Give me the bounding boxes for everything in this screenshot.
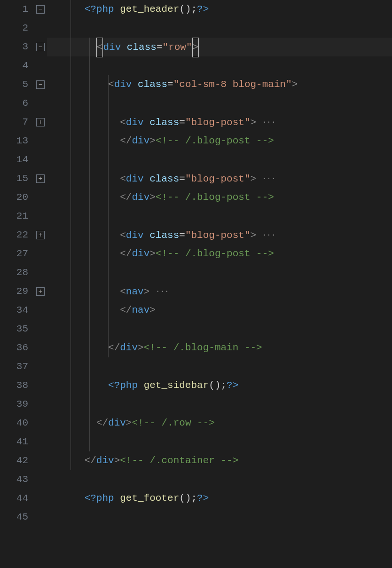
line-number: 38: [0, 376, 28, 395]
line-number: 44: [0, 489, 28, 508]
matching-bracket-left: <: [96, 38, 103, 57]
code-line[interactable]: <div class="col-sm-8 blog-main">: [49, 75, 392, 94]
fold-cell: [34, 414, 47, 433]
fold-cell: [34, 56, 47, 75]
code-line[interactable]: <?php get_footer();?>: [49, 489, 392, 508]
code-line[interactable]: [49, 395, 392, 414]
fold-expand-icon[interactable]: +: [36, 231, 45, 239]
code-line[interactable]: [49, 56, 392, 75]
fold-cell: [34, 320, 47, 339]
line-number: 28: [0, 263, 28, 282]
line-number: 5: [0, 75, 28, 94]
fold-cell: −: [34, 75, 47, 94]
line-number: 36: [0, 339, 28, 357]
line-number: 20: [0, 188, 28, 207]
fold-cell: [34, 19, 47, 38]
line-number: 6: [0, 94, 28, 113]
fold-cell: [34, 433, 47, 451]
code-line[interactable]: <div class="blog-post"> ···: [49, 169, 392, 188]
fold-cell: −: [34, 38, 47, 56]
fold-column: −−−++++: [34, 0, 47, 568]
folded-ellipsis-icon[interactable]: ···: [156, 287, 169, 296]
fold-collapse-icon[interactable]: −: [36, 43, 45, 51]
fold-cell: [34, 451, 47, 470]
line-number: 41: [0, 433, 28, 451]
fold-collapse-icon[interactable]: −: [36, 5, 45, 14]
fold-expand-icon[interactable]: +: [36, 287, 45, 296]
line-number: 7: [0, 113, 28, 132]
fold-cell: +: [34, 282, 47, 301]
fold-cell: [34, 150, 47, 169]
line-number: 1: [0, 0, 28, 19]
line-number: 42: [0, 451, 28, 470]
fold-cell: [34, 245, 47, 263]
line-number: 21: [0, 207, 28, 226]
code-line[interactable]: [49, 433, 392, 451]
line-number-gutter: 1234567131415202122272829343536373839404…: [0, 0, 34, 568]
line-number: 45: [0, 508, 28, 527]
line-number: 43: [0, 470, 28, 489]
code-line[interactable]: </div><!-- /.blog-main -->: [49, 339, 392, 357]
fold-cell: [34, 188, 47, 207]
code-line[interactable]: [49, 150, 392, 169]
line-number: 22: [0, 226, 28, 245]
folded-ellipsis-icon[interactable]: ···: [262, 118, 276, 126]
code-line[interactable]: </div><!-- /.blog-post -->: [49, 132, 392, 150]
code-line[interactable]: <?php get_header();?>: [49, 0, 392, 19]
function-name: get_header: [120, 4, 179, 15]
line-number: 37: [0, 357, 28, 376]
code-line[interactable]: <?php get_sidebar();?>: [49, 376, 392, 395]
code-line[interactable]: <div class="blog-post"> ···: [49, 113, 392, 132]
fold-cell: [34, 339, 47, 357]
line-number: 29: [0, 282, 28, 301]
fold-cell: +: [34, 113, 47, 132]
fold-cell: [34, 395, 47, 414]
line-number: 27: [0, 245, 28, 263]
line-number: 3: [0, 38, 28, 56]
fold-cell: [34, 357, 47, 376]
line-number: 4: [0, 56, 28, 75]
folded-ellipsis-icon[interactable]: ···: [262, 231, 276, 239]
code-line[interactable]: <div class="row">: [49, 38, 392, 56]
fold-cell: [34, 508, 47, 527]
fold-cell: +: [34, 169, 47, 188]
fold-cell: [34, 489, 47, 508]
fold-cell: −: [34, 0, 47, 19]
code-line[interactable]: <nav> ···: [49, 282, 392, 301]
code-line[interactable]: [49, 19, 392, 38]
line-number: 14: [0, 150, 28, 169]
line-number: 34: [0, 301, 28, 320]
code-line[interactable]: <div class="blog-post"> ···: [49, 226, 392, 245]
fold-expand-icon[interactable]: +: [36, 174, 45, 183]
line-number: 40: [0, 414, 28, 433]
code-line[interactable]: </div><!-- /.blog-post -->: [49, 188, 392, 207]
fold-expand-icon[interactable]: +: [36, 118, 45, 126]
code-line[interactable]: [49, 357, 392, 376]
code-line[interactable]: [49, 320, 392, 339]
fold-cell: [34, 263, 47, 282]
php-open-tag: <?php: [85, 4, 114, 15]
fold-collapse-icon[interactable]: −: [36, 80, 45, 89]
code-editor[interactable]: 1234567131415202122272829343536373839404…: [0, 0, 392, 568]
code-line[interactable]: </div><!-- /.blog-post -->: [49, 245, 392, 263]
fold-cell: [34, 376, 47, 395]
code-line[interactable]: [49, 470, 392, 489]
code-area[interactable]: <?php get_header();?> <div class="row"> …: [47, 0, 392, 568]
line-number: 13: [0, 132, 28, 150]
php-close-tag: ?>: [197, 4, 209, 15]
fold-cell: [34, 207, 47, 226]
line-number: 15: [0, 169, 28, 188]
fold-cell: [34, 132, 47, 150]
folded-ellipsis-icon[interactable]: ···: [262, 174, 276, 183]
line-number: 2: [0, 19, 28, 38]
code-line[interactable]: [49, 207, 392, 226]
code-line[interactable]: </nav>: [49, 301, 392, 320]
line-number: 39: [0, 395, 28, 414]
matching-bracket-right: >: [192, 38, 199, 57]
code-line[interactable]: [49, 508, 392, 527]
code-line[interactable]: </div><!-- /.container -->: [49, 451, 392, 470]
code-line[interactable]: </div><!-- /.row -->: [49, 414, 392, 433]
code-line[interactable]: [49, 263, 392, 282]
code-line[interactable]: [49, 94, 392, 113]
line-number: 35: [0, 320, 28, 339]
